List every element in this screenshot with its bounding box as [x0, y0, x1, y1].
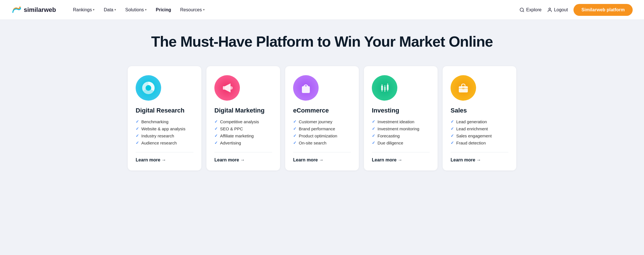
- svg-line-2: [523, 11, 524, 12]
- card-sales: Sales ✓Lead generation ✓Lead enrichment …: [443, 66, 516, 170]
- hero-title: The Must-Have Platform to Win Your Marke…: [11, 33, 633, 50]
- platform-button[interactable]: Similarweb platform: [573, 4, 633, 16]
- ecommerce-icon: [293, 75, 319, 101]
- list-item: ✓Audience research: [136, 141, 193, 145]
- check-icon: ✓: [293, 119, 297, 124]
- list-item: ✓Product optimization: [293, 133, 351, 138]
- briefcase-icon: [456, 81, 471, 95]
- check-icon: ✓: [136, 141, 139, 145]
- chevron-down-icon: ▾: [145, 8, 147, 12]
- logout-button[interactable]: Logout: [547, 7, 568, 12]
- nav-links: Rankings ▾ Data ▾ Solutions ▾ Pricing Re…: [70, 5, 519, 15]
- list-item: ✓Investment monitoring: [372, 126, 430, 131]
- nav-data[interactable]: Data ▾: [100, 5, 120, 15]
- list-item: ✓SEO & PPC: [214, 126, 272, 131]
- nav-solutions[interactable]: Solutions ▾: [122, 5, 150, 15]
- learn-more-digital-research[interactable]: Learn more →: [136, 152, 193, 163]
- list-item: ✓Advertising: [214, 141, 272, 145]
- learn-more-investing[interactable]: Learn more →: [372, 152, 430, 163]
- svg-point-10: [304, 86, 305, 87]
- nav-rankings[interactable]: Rankings ▾: [70, 5, 98, 15]
- card-title-digital-marketing: Digital Marketing: [214, 107, 272, 114]
- check-icon: ✓: [136, 119, 139, 124]
- check-icon: ✓: [293, 126, 297, 131]
- svg-point-5: [146, 85, 151, 91]
- digital-marketing-icon: [214, 75, 240, 101]
- nav-resources[interactable]: Resources ▾: [177, 5, 208, 15]
- cards-section: Digital Research ✓Benchmarking ✓Website …: [0, 59, 644, 184]
- logo[interactable]: similarweb: [11, 5, 56, 15]
- card-title-digital-research: Digital Research: [136, 107, 193, 114]
- explore-button[interactable]: Explore: [519, 7, 541, 12]
- card-investing: Investing ✓Investment ideation ✓Investme…: [364, 66, 438, 170]
- search-icon: [519, 7, 524, 12]
- nav-right: Explore Logout Similarweb platform: [519, 4, 633, 16]
- list-item: ✓Website & app analysis: [136, 126, 193, 131]
- candlestick-icon: [377, 81, 392, 95]
- check-icon: ✓: [451, 141, 454, 145]
- learn-more-ecommerce[interactable]: Learn more →: [293, 152, 351, 163]
- list-item: ✓Investment ideation: [372, 119, 430, 124]
- check-icon: ✓: [136, 133, 139, 138]
- check-icon: ✓: [293, 141, 297, 145]
- megaphone-icon: [220, 81, 234, 95]
- list-item: ✓Industry research: [136, 133, 193, 138]
- card-ecommerce: eCommerce ✓Customer journey ✓Brand perfo…: [285, 66, 359, 170]
- list-item: ✓Lead enrichment: [451, 126, 508, 131]
- list-item: ✓Benchmarking: [136, 119, 193, 124]
- svg-point-8: [229, 86, 233, 90]
- check-icon: ✓: [372, 126, 375, 131]
- list-item: ✓Due diligence: [372, 141, 430, 145]
- check-icon: ✓: [293, 133, 297, 138]
- learn-more-digital-marketing[interactable]: Learn more →: [214, 152, 272, 163]
- digital-research-icon: [136, 75, 161, 101]
- list-item: ✓Brand performance: [293, 126, 351, 131]
- sales-icon: [451, 75, 476, 101]
- hero-section: The Must-Have Platform to Win Your Marke…: [0, 20, 644, 59]
- check-icon: ✓: [451, 126, 454, 131]
- list-item: ✓Fraud detection: [451, 141, 508, 145]
- svg-point-11: [307, 86, 308, 87]
- chevron-down-icon: ▾: [203, 8, 205, 12]
- chevron-down-icon: ▾: [93, 8, 95, 12]
- shopping-bag-icon: [298, 81, 313, 95]
- check-icon: ✓: [214, 126, 218, 131]
- learn-more-sales[interactable]: Learn more →: [451, 152, 508, 163]
- card-digital-research: Digital Research ✓Benchmarking ✓Website …: [128, 66, 201, 170]
- pie-chart-icon: [141, 80, 156, 96]
- card-list-digital-marketing: ✓Competitive analysis ✓SEO & PPC ✓Affili…: [214, 119, 272, 145]
- list-item: ✓Forecasting: [372, 133, 430, 138]
- svg-rect-7: [223, 86, 225, 90]
- card-list-digital-research: ✓Benchmarking ✓Website & app analysis ✓I…: [136, 119, 193, 145]
- chevron-down-icon: ▾: [114, 8, 116, 12]
- check-icon: ✓: [372, 119, 375, 124]
- user-icon: [547, 7, 552, 12]
- check-icon: ✓: [214, 119, 218, 124]
- check-icon: ✓: [451, 133, 454, 138]
- svg-point-0: [11, 5, 22, 15]
- navbar: similarweb Rankings ▾ Data ▾ Solutions ▾…: [0, 0, 644, 20]
- list-item: ✓Competitive analysis: [214, 119, 272, 124]
- check-icon: ✓: [372, 141, 375, 145]
- svg-rect-9: [302, 86, 310, 93]
- nav-pricing[interactable]: Pricing: [152, 5, 174, 15]
- card-list-ecommerce: ✓Customer journey ✓Brand performance ✓Pr…: [293, 119, 351, 145]
- list-item: ✓Lead generation: [451, 119, 508, 124]
- check-icon: ✓: [136, 126, 139, 131]
- list-item: ✓On-site search: [293, 141, 351, 145]
- svg-rect-18: [387, 85, 389, 90]
- list-item: ✓Customer journey: [293, 119, 351, 124]
- card-title-ecommerce: eCommerce: [293, 107, 351, 114]
- svg-rect-23: [462, 88, 464, 89]
- card-list-investing: ✓Investment ideation ✓Investment monitor…: [372, 119, 430, 145]
- card-title-investing: Investing: [372, 107, 430, 114]
- card-digital-marketing: Digital Marketing ✓Competitive analysis …: [206, 66, 280, 170]
- svg-point-3: [549, 8, 551, 10]
- list-item: ✓Sales engagement: [451, 133, 508, 138]
- investing-icon: [372, 75, 397, 101]
- svg-rect-12: [381, 86, 383, 90]
- list-item: ✓Affiliate marketing: [214, 133, 272, 138]
- card-list-sales: ✓Lead generation ✓Lead enrichment ✓Sales…: [451, 119, 508, 145]
- check-icon: ✓: [372, 133, 375, 138]
- check-icon: ✓: [214, 133, 218, 138]
